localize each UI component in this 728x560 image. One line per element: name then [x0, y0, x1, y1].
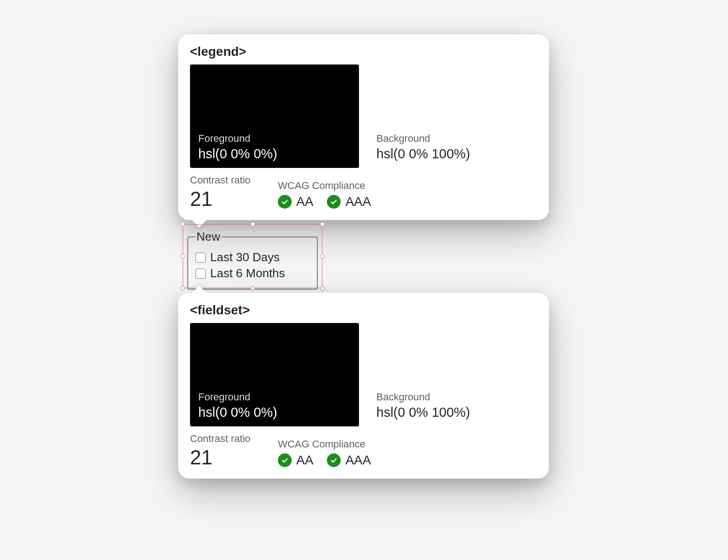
- tooltip-title: <fieldset>: [190, 303, 537, 318]
- background-swatch: Background hsl(0 0% 100%): [368, 323, 537, 426]
- checkbox-row-6-months[interactable]: Last 6 Months: [196, 266, 310, 280]
- contrast-ratio-value: 21: [190, 189, 250, 209]
- foreground-label: Foreground: [198, 133, 351, 145]
- devtools-canvas: <legend> Foreground hsl(0 0% 0%) Backgro…: [0, 0, 728, 560]
- resize-handle-icon[interactable]: [180, 254, 185, 258]
- contrast-tooltip-legend: <legend> Foreground hsl(0 0% 0%) Backgro…: [178, 34, 549, 220]
- wcag-aa-badge: AA: [278, 194, 313, 209]
- contrast-ratio-value: 21: [190, 447, 250, 468]
- checkbox-label: Last 6 Months: [210, 266, 285, 280]
- checkbox-row-30-days[interactable]: Last 30 Days: [196, 250, 310, 264]
- wcag-metric: WCAG Compliance AA AAA: [278, 438, 371, 468]
- tooltip-tail-icon: [192, 285, 206, 293]
- resize-handle-icon[interactable]: [320, 254, 325, 258]
- background-label: Background: [376, 133, 529, 145]
- new-fieldset[interactable]: New Last 30 Days Last 6 Months: [187, 230, 318, 290]
- wcag-aa-badge: AA: [278, 453, 313, 468]
- wcag-aaa-text: AAA: [345, 453, 371, 468]
- inspected-element-selection[interactable]: New Last 30 Days Last 6 Months: [183, 224, 322, 288]
- swatch-row: Foreground hsl(0 0% 0%) Background hsl(0…: [190, 65, 537, 168]
- foreground-swatch: Foreground hsl(0 0% 0%): [190, 323, 359, 426]
- foreground-swatch: Foreground hsl(0 0% 0%): [190, 65, 359, 168]
- swatch-row: Foreground hsl(0 0% 0%) Background hsl(0…: [190, 323, 537, 426]
- check-circle-icon: [278, 195, 292, 209]
- resize-handle-icon[interactable]: [180, 222, 185, 226]
- background-label: Background: [376, 391, 529, 403]
- contrast-ratio-label: Contrast ratio: [190, 174, 250, 186]
- contrast-metric: Contrast ratio 21: [190, 174, 250, 209]
- wcag-label: WCAG Compliance: [278, 180, 371, 192]
- metrics-row: Contrast ratio 21 WCAG Compliance AA: [190, 433, 537, 468]
- contrast-metric: Contrast ratio 21: [190, 433, 250, 468]
- resize-handle-icon[interactable]: [320, 286, 325, 291]
- wcag-aaa-badge: AAA: [327, 194, 371, 209]
- contrast-ratio-label: Contrast ratio: [190, 433, 250, 445]
- wcag-aa-text: AA: [296, 453, 313, 468]
- fieldset-legend: New: [196, 230, 221, 244]
- wcag-aaa-text: AAA: [345, 194, 371, 209]
- checkbox-label: Last 30 Days: [210, 250, 280, 264]
- resize-handle-icon[interactable]: [250, 222, 255, 226]
- metrics-row: Contrast ratio 21 WCAG Compliance AA: [190, 174, 537, 209]
- check-circle-icon: [278, 453, 292, 467]
- background-value: hsl(0 0% 100%): [376, 405, 529, 420]
- foreground-value: hsl(0 0% 0%): [198, 146, 351, 162]
- wcag-badges: AA AAA: [278, 194, 371, 209]
- resize-handle-icon[interactable]: [180, 286, 185, 291]
- check-circle-icon: [327, 453, 341, 467]
- foreground-value: hsl(0 0% 0%): [198, 405, 351, 420]
- background-value: hsl(0 0% 100%): [376, 146, 529, 162]
- wcag-badges: AA AAA: [278, 453, 371, 468]
- foreground-label: Foreground: [198, 391, 351, 403]
- wcag-aaa-badge: AAA: [327, 453, 371, 468]
- check-circle-icon: [327, 195, 341, 209]
- background-swatch: Background hsl(0 0% 100%): [368, 65, 537, 168]
- checkbox-last-6-months[interactable]: [196, 269, 206, 279]
- resize-handle-icon[interactable]: [320, 222, 325, 226]
- checkbox-last-30-days[interactable]: [196, 253, 206, 263]
- wcag-aa-text: AA: [296, 194, 313, 209]
- tooltip-title: <legend>: [190, 44, 537, 59]
- wcag-metric: WCAG Compliance AA AAA: [278, 180, 371, 209]
- contrast-tooltip-fieldset: <fieldset> Foreground hsl(0 0% 0%) Backg…: [178, 293, 549, 479]
- wcag-label: WCAG Compliance: [278, 438, 371, 450]
